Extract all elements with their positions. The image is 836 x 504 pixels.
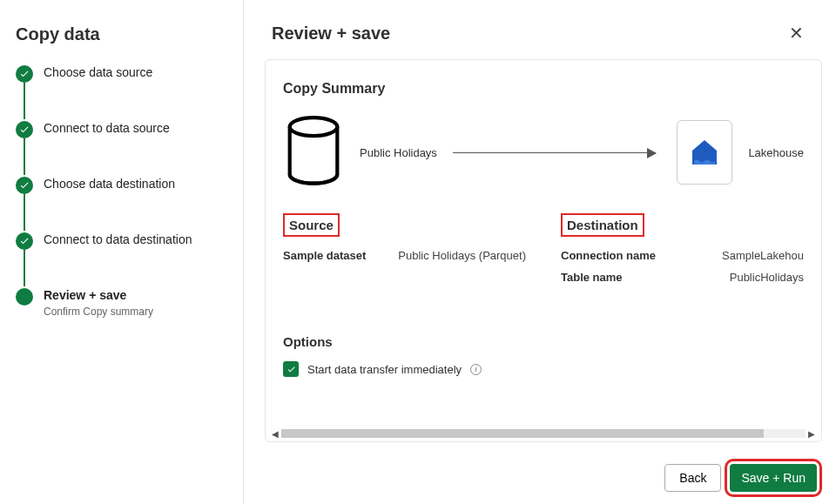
close-button[interactable]: ✕ — [784, 21, 808, 45]
checkmark-icon — [16, 65, 33, 83]
kv-key: Table name — [561, 271, 623, 284]
options-heading: Options — [283, 334, 804, 349]
svg-point-0 — [290, 118, 338, 136]
destination-heading: Destination — [561, 213, 644, 237]
wizard-steps: Choose data source Connect to data sourc… — [16, 65, 227, 318]
back-button[interactable]: Back — [664, 464, 721, 492]
checkbox-checked-icon[interactable] — [283, 361, 299, 377]
step-label: Connect to data destination — [44, 232, 192, 246]
step-connect-destination[interactable]: Connect to data destination — [16, 232, 227, 288]
details-row: Source Sample dataset Public Holidays (P… — [283, 213, 804, 292]
destination-name: Lakehouse — [748, 146, 804, 159]
main-panel: Review + save ✕ Copy Summary Public Holi… — [244, 0, 836, 504]
info-icon[interactable]: i — [470, 364, 482, 375]
summary-heading: Copy Summary — [283, 81, 804, 97]
wizard-sidebar: Copy data Choose data source Connect to … — [0, 0, 244, 504]
kv-key: Sample dataset — [283, 249, 366, 262]
step-label: Choose data destination — [44, 177, 175, 191]
kv-value: Public Holidays (Parquet) — [398, 249, 526, 262]
source-details: Source Sample dataset Public Holidays (P… — [283, 213, 526, 292]
step-label: Review + save — [44, 288, 153, 302]
option-start-immediately[interactable]: Start data transfer immediately i — [283, 361, 804, 377]
source-kv-row: Sample dataset Public Holidays (Parquet) — [283, 249, 526, 262]
copy-summary-card: Copy Summary Public Holidays Lakehouse — [265, 59, 822, 442]
step-label: Choose data source — [44, 65, 152, 79]
checkbox-label: Start data transfer immediately — [307, 363, 462, 376]
footer-actions: Back Save + Run — [244, 452, 836, 504]
scroll-right-icon[interactable]: ▶ — [806, 429, 818, 439]
step-choose-destination[interactable]: Choose data destination — [16, 177, 227, 232]
options-section: Options Start data transfer immediately … — [283, 334, 804, 377]
kv-key: Connection name — [561, 249, 656, 262]
destination-details: Destination Connection name SampleLakeho… — [561, 213, 804, 292]
step-label: Connect to data source — [44, 121, 170, 135]
checkmark-icon — [16, 232, 33, 250]
step-review-save[interactable]: Review + save Confirm Copy summary — [16, 288, 227, 318]
checkmark-icon — [16, 177, 33, 194]
kv-value: PublicHolidays — [730, 271, 804, 284]
summary-flow: Public Holidays Lakehouse — [283, 116, 804, 189]
checkmark-icon — [16, 121, 33, 138]
step-choose-source[interactable]: Choose data source — [16, 65, 227, 121]
step-sublabel: Confirm Copy summary — [44, 306, 153, 318]
destination-kv-row: Connection name SampleLakehou — [561, 249, 804, 262]
lakehouse-icon — [677, 120, 732, 185]
source-name: Public Holidays — [360, 146, 437, 159]
kv-value: SampleLakehou — [722, 249, 804, 262]
arrow-icon — [453, 152, 657, 153]
close-icon: ✕ — [789, 23, 804, 44]
destination-kv-row: Table name PublicHolidays — [561, 271, 804, 284]
sidebar-title: Copy data — [16, 24, 227, 44]
save-run-button[interactable]: Save + Run — [730, 464, 817, 492]
database-icon — [283, 116, 344, 189]
source-heading: Source — [283, 213, 340, 237]
current-step-icon — [16, 288, 33, 306]
horizontal-scrollbar[interactable]: ◀ ▶ — [269, 427, 818, 440]
page-title: Review + save — [272, 24, 390, 44]
step-connect-source[interactable]: Connect to data source — [16, 121, 227, 177]
scroll-thumb[interactable] — [281, 429, 764, 438]
scroll-left-icon[interactable]: ◀ — [269, 429, 281, 439]
